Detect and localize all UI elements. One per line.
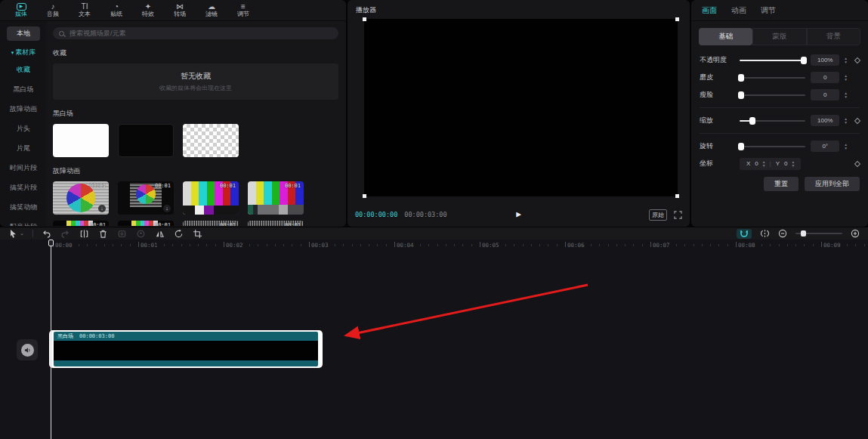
- play-button[interactable]: ▶: [516, 208, 521, 221]
- original-ratio-button[interactable]: 原始: [649, 209, 667, 221]
- props-tab-2[interactable]: 调节: [761, 5, 776, 16]
- keyframe-diamond-icon[interactable]: [854, 117, 860, 123]
- sidebar-item-5[interactable]: 时间片段: [10, 158, 37, 178]
- keyframe-diamond-icon[interactable]: [854, 57, 860, 63]
- toolbar-tab-transition[interactable]: ⋈转场: [165, 2, 195, 18]
- position-keyframe-diamond-icon[interactable]: [854, 160, 860, 166]
- white-clip-thumbnail[interactable]: [53, 124, 109, 157]
- apply-to-all-button[interactable]: 应用到全部: [805, 177, 860, 191]
- glitch-thumbnail-1-1[interactable]: 00:01↓: [53, 181, 109, 215]
- fullscreen-icon[interactable]: [674, 211, 682, 219]
- stepper-down-icon[interactable]: ▾: [845, 95, 847, 99]
- timeline-zoom-slider[interactable]: [795, 233, 842, 234]
- rotate-button[interactable]: [174, 228, 184, 239]
- mirror-button[interactable]: [155, 228, 165, 239]
- local-media-button[interactable]: 本地: [7, 26, 40, 41]
- preview-handle-bottom-left[interactable]: [363, 194, 366, 198]
- split-button[interactable]: [79, 228, 90, 239]
- stepper-down-icon[interactable]: ▾: [845, 147, 847, 150]
- glitch-thumbnail-2-4[interactable]: 00:01: [248, 221, 304, 226]
- redo-button[interactable]: [60, 228, 71, 239]
- sidebar-item-1[interactable]: 黑白场: [14, 79, 34, 99]
- zoom-in-icon[interactable]: [850, 228, 860, 239]
- toolbar-tab-sticker[interactable]: ◔贴纸: [101, 2, 131, 18]
- toolbar-tab-effects[interactable]: ✦特效: [133, 2, 163, 18]
- reset-button[interactable]: 重置: [764, 177, 798, 191]
- stepper[interactable]: ▴▾: [845, 74, 847, 82]
- props-tab-1[interactable]: 动画: [731, 5, 746, 16]
- props-subtab-1[interactable]: 蒙版: [752, 28, 806, 45]
- toolbar-tab-adjust[interactable]: ≡调节: [228, 2, 258, 18]
- transparent-clip-thumbnail[interactable]: [183, 124, 239, 157]
- crop-button[interactable]: [193, 228, 203, 239]
- zoom-out-icon[interactable]: [777, 228, 788, 239]
- preview-axis-icon[interactable]: [759, 228, 770, 239]
- undo-button[interactable]: [42, 228, 52, 239]
- timeline-clip[interactable]: 黑白场 00:00:03:00: [49, 330, 323, 368]
- toolbar-tab-text[interactable]: TI文本: [70, 2, 100, 18]
- props-subtab-2[interactable]: 背景: [807, 28, 860, 45]
- search-input[interactable]: [68, 29, 332, 38]
- glitch-thumbnail-1-3[interactable]: 00:01: [183, 181, 239, 215]
- stepper[interactable]: ▴▾: [845, 143, 847, 150]
- slider-handle[interactable]: [738, 74, 744, 82]
- slider-track[interactable]: [740, 146, 805, 147]
- reverse-button[interactable]: [136, 228, 147, 239]
- slider-track[interactable]: [740, 94, 805, 96]
- track-mute-button[interactable]: [17, 339, 38, 360]
- select-tool-button[interactable]: ⌄: [8, 228, 24, 239]
- stepper-down-icon[interactable]: ▾: [845, 121, 847, 125]
- ruler-minor-tick: [275, 244, 276, 246]
- zoom-slider-handle[interactable]: [801, 230, 806, 237]
- toolbar-tab-media[interactable]: ▶媒体: [6, 3, 36, 18]
- clip-footer: [54, 360, 318, 366]
- position-y-stepper[interactable]: ▴▾: [792, 160, 794, 168]
- position-x-stepper[interactable]: ▴▾: [763, 160, 765, 168]
- slider-handle[interactable]: [749, 117, 755, 125]
- search-bar[interactable]: [53, 27, 338, 39]
- stepper[interactable]: ▴▾: [845, 117, 847, 125]
- slider-handle[interactable]: [738, 91, 744, 99]
- sidebar-item-4[interactable]: 片尾: [17, 138, 30, 158]
- toolbar-tab-filter[interactable]: ☁滤镜: [196, 2, 227, 18]
- slider-value: 0: [811, 89, 839, 100]
- sidebar-item-6[interactable]: 搞笑片段: [10, 178, 37, 197]
- sidebar-item-7[interactable]: 搞笑动物: [10, 197, 37, 217]
- sidebar-item-8[interactable]: 配音片段: [10, 217, 37, 226]
- glitch-thumbnail-2-2[interactable]: 00:01: [118, 221, 174, 226]
- position-y-value[interactable]: 0: [784, 160, 787, 167]
- stepper-down-icon[interactable]: ▾: [845, 78, 847, 82]
- position-inputs[interactable]: X 0 ▴▾ | Y 0 ▴▾: [740, 158, 801, 170]
- slider-track[interactable]: [740, 120, 805, 122]
- position-x-value[interactable]: 0: [755, 160, 758, 167]
- props-subtab-0[interactable]: 基础: [699, 28, 752, 45]
- video-preview[interactable]: [364, 19, 678, 196]
- stepper[interactable]: ▴▾: [845, 91, 847, 99]
- freeze-frame-button[interactable]: [117, 228, 128, 239]
- sidebar-item-2[interactable]: 故障动画: [10, 99, 37, 119]
- glitch-thumbnail-2-1[interactable]: 00:01: [53, 221, 109, 226]
- slider-track[interactable]: [740, 60, 805, 61]
- preview-handle-bottom-right[interactable]: [675, 194, 679, 198]
- black-clip-thumbnail[interactable]: [118, 124, 174, 157]
- preview-handle-top-right[interactable]: [675, 17, 679, 21]
- sidebar-item-3[interactable]: 片头: [17, 119, 30, 138]
- ruler-minor-tick: [488, 244, 489, 246]
- glitch-thumbnail-1-2[interactable]: 00:01↓: [118, 181, 174, 215]
- sidebar-item-0[interactable]: 收藏: [17, 60, 30, 79]
- timeline-ruler[interactable]: 00:0000:0100:0200:0300:0400:0500:0600:07…: [0, 240, 868, 250]
- slider-track[interactable]: [740, 77, 805, 79]
- slider-handle[interactable]: [738, 143, 744, 150]
- slider-handle[interactable]: [801, 57, 807, 64]
- props-tab-0[interactable]: 画面: [702, 5, 717, 16]
- playhead-handle[interactable]: [48, 240, 54, 246]
- toolbar-tab-audio[interactable]: ♪音频: [38, 2, 68, 18]
- preview-handle-top-left[interactable]: [363, 17, 366, 21]
- glitch-thumbnail-1-4[interactable]: 00:01↓: [248, 181, 304, 215]
- stepper-down-icon[interactable]: ▾: [845, 60, 847, 64]
- stepper[interactable]: ▴▾: [845, 57, 847, 64]
- delete-button[interactable]: [98, 228, 109, 239]
- sidebar-item-library[interactable]: ▾素材库: [11, 48, 36, 57]
- snap-toggle-icon[interactable]: [737, 229, 752, 239]
- glitch-thumbnail-2-3[interactable]: 00:01: [183, 221, 239, 226]
